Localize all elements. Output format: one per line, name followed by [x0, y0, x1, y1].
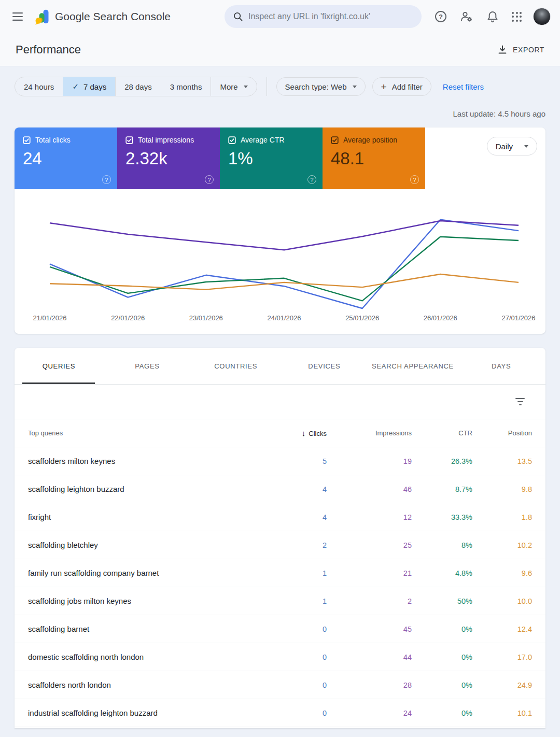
- date-range-3-months[interactable]: 3 months: [161, 77, 211, 96]
- user-settings-icon[interactable]: [460, 10, 473, 23]
- metric-card-average-ctr[interactable]: Average CTR1%?: [220, 127, 323, 189]
- chart-line-impressions: [50, 221, 519, 250]
- performance-chart-card: Total clicks24?Total impressions2.32k?Av…: [15, 127, 545, 334]
- tab-days[interactable]: DAYS: [457, 348, 545, 384]
- value-cell: 17.0: [472, 653, 545, 661]
- value-cell: 0%: [412, 653, 472, 661]
- interval-select[interactable]: Daily: [487, 137, 537, 155]
- metric-cards: Total clicks24?Total impressions2.32k?Av…: [15, 127, 545, 189]
- product-name: Google Search Console: [55, 10, 171, 23]
- tab-label: COUNTRIES: [214, 362, 257, 370]
- tab-devices[interactable]: DEVICES: [280, 348, 369, 384]
- metric-label: Total clicks: [23, 136, 110, 144]
- table-row[interactable]: scaffolding leighton buzzard4468.7%9.8: [15, 475, 545, 503]
- tab-label: SEARCH APPEARANCE: [372, 362, 454, 370]
- search-type-filter[interactable]: Search type: Web: [276, 77, 366, 96]
- date-range-7-days[interactable]: ✓7 days: [63, 77, 115, 96]
- value-cell: 44: [327, 653, 412, 661]
- value-cell: 19: [327, 457, 412, 465]
- value-cell: 28: [327, 681, 412, 689]
- checked-checkbox-icon: [228, 136, 236, 144]
- column-header-impressions[interactable]: Impressions: [327, 429, 412, 437]
- value-cell: 0: [270, 709, 327, 717]
- help-icon[interactable]: ?: [410, 175, 419, 184]
- value-cell: 10.1: [472, 709, 545, 717]
- x-axis-label: 23/01/2026: [189, 314, 223, 322]
- chevron-down-icon: [353, 86, 357, 88]
- date-range-group: 24 hours✓7 days28 days3 monthsMore: [15, 77, 257, 96]
- query-cell: domestic scaffolding north london: [15, 653, 270, 661]
- column-header-position[interactable]: Position: [472, 429, 545, 437]
- date-range-28-days[interactable]: 28 days: [115, 77, 161, 96]
- query-cell: scaffolding barnet: [15, 625, 270, 633]
- plus-icon: +: [381, 82, 387, 92]
- tab-countries[interactable]: COUNTRIES: [191, 348, 280, 384]
- page-header: Performance EXPORT: [0, 33, 560, 66]
- help-icon[interactable]: ?: [435, 11, 446, 22]
- topbar-icons: ?: [435, 10, 522, 23]
- date-range-24-hours[interactable]: 24 hours: [15, 77, 63, 96]
- sort-desc-icon: ↓: [302, 429, 306, 437]
- metric-card-total-clicks[interactable]: Total clicks24?: [15, 127, 117, 189]
- checked-checkbox-icon: [23, 136, 31, 144]
- column-header-ctr[interactable]: CTR: [412, 429, 472, 437]
- notifications-bell-icon[interactable]: [487, 10, 498, 23]
- date-range-label: 28 days: [124, 82, 152, 91]
- query-cell: scaffolders north london: [15, 681, 270, 689]
- export-button[interactable]: EXPORT: [497, 45, 544, 55]
- value-cell: 12: [327, 513, 412, 521]
- column-header-clicks[interactable]: ↓Clicks: [270, 429, 327, 437]
- column-header-top-queries[interactable]: Top queries: [15, 429, 270, 437]
- filters-row: 24 hours✓7 days28 days3 monthsMore Searc…: [15, 77, 545, 96]
- logo[interactable]: Google Search Console: [34, 8, 171, 25]
- tab-pages[interactable]: PAGES: [103, 348, 192, 384]
- date-range-label: 24 hours: [24, 82, 54, 91]
- value-cell: 13.5: [472, 457, 545, 465]
- help-icon[interactable]: ?: [102, 175, 111, 184]
- value-cell: 4: [270, 513, 327, 521]
- table-row[interactable]: scaffolding jobs milton keynes1250%10.0: [15, 587, 545, 615]
- search-input[interactable]: [248, 12, 422, 21]
- help-icon[interactable]: ?: [307, 175, 316, 184]
- table-header: Top queries↓ClicksImpressionsCTRPosition: [15, 419, 545, 447]
- url-inspect-search[interactable]: [225, 5, 422, 28]
- table-row[interactable]: fixright41233.3%1.8: [15, 503, 545, 531]
- reset-filters-link[interactable]: Reset filters: [443, 82, 484, 91]
- tab-search-appearance[interactable]: SEARCH APPEARANCE: [369, 348, 457, 384]
- metric-card-total-impressions[interactable]: Total impressions2.32k?: [117, 127, 220, 189]
- value-cell: 4: [270, 485, 327, 493]
- value-cell: 46: [327, 485, 412, 493]
- search-icon: [233, 11, 243, 22]
- table-row[interactable]: scaffolding bletchley2258%10.2: [15, 531, 545, 559]
- value-cell: 0%: [412, 681, 472, 689]
- value-cell: 12.4: [472, 625, 545, 633]
- column-header-label: Impressions: [375, 429, 412, 437]
- metric-card-average-position[interactable]: Average position48.1?: [323, 127, 425, 189]
- value-cell: 21: [327, 569, 412, 577]
- filter-list-icon[interactable]: [515, 398, 525, 406]
- apps-grid-icon[interactable]: [512, 12, 522, 22]
- add-filter-button[interactable]: + Add filter: [372, 77, 431, 96]
- table-row[interactable]: domestic scaffolding north london0440%17…: [15, 643, 545, 671]
- table-body: scaffolders milton keynes51926.3%13.5sca…: [15, 447, 545, 727]
- tab-queries[interactable]: QUERIES: [15, 348, 103, 384]
- hamburger-menu-icon[interactable]: [7, 6, 28, 27]
- export-label: EXPORT: [513, 46, 544, 54]
- value-cell: 8%: [412, 541, 472, 549]
- avatar[interactable]: [533, 8, 551, 25]
- table-row[interactable]: scaffolders north london0280%24.9: [15, 671, 545, 699]
- table-row[interactable]: family run scaffolding company barnet121…: [15, 559, 545, 587]
- value-cell: 9.6: [472, 569, 545, 577]
- table-row[interactable]: scaffolders milton keynes51926.3%13.5: [15, 447, 545, 475]
- metric-label-text: Average position: [343, 136, 397, 144]
- table-row[interactable]: scaffolding barnet0450%12.4: [15, 615, 545, 643]
- date-range-more[interactable]: More: [211, 77, 256, 96]
- tab-label: DEVICES: [308, 362, 340, 370]
- value-cell: 8.7%: [412, 485, 472, 493]
- query-cell: scaffolding jobs milton keynes: [15, 597, 270, 605]
- tab-label: QUERIES: [43, 362, 75, 370]
- metric-value: 1%: [228, 149, 315, 168]
- table-row[interactable]: industrial scaffolding leighton buzzard0…: [15, 699, 545, 727]
- column-header-label: Top queries: [28, 429, 63, 437]
- help-icon[interactable]: ?: [205, 175, 214, 184]
